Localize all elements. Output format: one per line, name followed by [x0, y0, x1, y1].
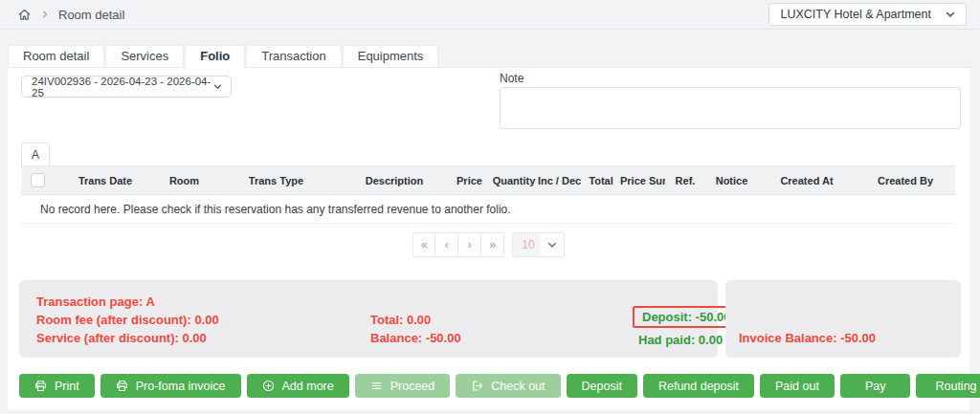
- col-trans-type: Trans Type: [212, 166, 341, 195]
- print-button[interactable]: Print: [19, 374, 95, 398]
- page-size-value: 10: [513, 233, 540, 256]
- col-description: Description: [341, 166, 448, 195]
- chevron-down-icon: [945, 9, 956, 20]
- folio-summary-panel: Transaction page: A Room fee (after disc…: [19, 280, 718, 358]
- col-ref: Ref.: [665, 166, 705, 195]
- reservation-folio-select[interactable]: 24IV002936 - 2026-04-23 - 2026-04-25: [21, 76, 232, 98]
- top-bar: Room detail LUXCITY Hotel & Apartment: [0, 0, 980, 30]
- property-selector-value: LUXCITY Hotel & Apartment: [781, 8, 931, 21]
- refund-deposit-button[interactable]: Refund deposit: [643, 374, 754, 398]
- pagination: « ‹ › » 10: [8, 232, 969, 257]
- chevron-right-icon: [40, 10, 50, 19]
- total-summary: Total: 0.00: [370, 313, 431, 327]
- note-label: Note: [500, 72, 523, 85]
- service-summary: Service (after discount): 0.00: [36, 331, 207, 345]
- empty-row: No record here. Please check if this res…: [21, 195, 955, 224]
- empty-message: No record here. Please check if this res…: [21, 195, 955, 224]
- transaction-page-summary: Transaction page: A: [36, 294, 155, 309]
- routing-button[interactable]: Routing: [916, 374, 980, 398]
- tab-transaction[interactable]: Transaction: [246, 45, 341, 67]
- col-room: Room: [157, 166, 212, 195]
- tab-folio[interactable]: Folio: [185, 45, 245, 68]
- breadcrumb-page-label: Room detail: [58, 8, 124, 22]
- paid-out-button[interactable]: Paid out: [760, 374, 835, 398]
- tab-room-detail[interactable]: Room detail: [8, 45, 104, 67]
- last-page-button[interactable]: »: [481, 232, 504, 257]
- pagination-buttons: « ‹ › »: [412, 232, 504, 257]
- breadcrumb: Room detail: [17, 8, 124, 22]
- pro-foma-invoice-button[interactable]: Pro-foma invoice: [100, 374, 241, 398]
- tab-services[interactable]: Services: [105, 45, 184, 67]
- invoice-balance-summary: Invoice Balance: -50.00: [739, 331, 876, 345]
- printer-icon: [34, 380, 47, 392]
- col-inc-dec: Inc / Dec: [537, 166, 582, 195]
- room-detail-page: Room detail LUXCITY Hotel & Apartment Ro…: [0, 0, 980, 414]
- action-buttons: Print Pro-foma invoice Add more Proceed: [19, 374, 980, 398]
- balance-summary: Balance: -50.00: [370, 331, 461, 345]
- check-out-button[interactable]: Check out: [456, 374, 560, 398]
- col-created-at: Created At: [758, 166, 856, 195]
- transactions-table: Trans Date Room Trans Type Description P…: [21, 165, 955, 224]
- home-icon[interactable]: [17, 8, 32, 22]
- proceed-button[interactable]: Proceed: [355, 374, 451, 398]
- folio-page-tab-a[interactable]: A: [21, 142, 50, 165]
- select-all-cell: [21, 166, 54, 195]
- reservation-folio-value: 24IV002936 - 2026-04-23 - 2026-04-25: [32, 76, 212, 98]
- col-total: Total: [582, 166, 620, 195]
- room-fee-summary: Room fee (after discount): 0.00: [36, 313, 219, 327]
- chevron-down-icon: [212, 81, 223, 92]
- deposit-summary-highlight: Deposit: -50.00: [633, 306, 740, 328]
- plus-circle-icon: [262, 380, 275, 392]
- invoice-balance-panel: Invoice Balance: -50.00: [725, 280, 961, 358]
- folio-panel: 24IV002936 - 2026-04-23 - 2026-04-25 Not…: [8, 67, 969, 410]
- col-trans-date: Trans Date: [54, 166, 157, 195]
- prev-page-button[interactable]: ‹: [435, 232, 458, 257]
- first-page-button[interactable]: «: [412, 232, 435, 257]
- col-created-by: Created By: [856, 166, 955, 195]
- col-notice: Notice: [705, 166, 758, 195]
- deposit-button[interactable]: Deposit: [567, 374, 637, 398]
- next-page-button[interactable]: ›: [458, 232, 481, 257]
- chevron-down-icon: [541, 239, 564, 251]
- select-all-checkbox[interactable]: [31, 173, 45, 187]
- add-more-button[interactable]: Add more: [247, 374, 349, 398]
- pay-button[interactable]: Pay: [840, 374, 911, 398]
- had-paid-summary: Had paid: 0.00: [638, 333, 723, 347]
- col-price-sum: Price Sum: [620, 166, 665, 195]
- table-header-row: Trans Date Room Trans Type Description P…: [21, 166, 955, 195]
- page-size-select[interactable]: 10: [512, 232, 564, 257]
- printer-icon: [116, 380, 128, 392]
- property-selector[interactable]: LUXCITY Hotel & Apartment: [768, 3, 967, 26]
- tab-equipments[interactable]: Equipments: [343, 45, 439, 67]
- menu-icon: [370, 380, 383, 392]
- note-textarea[interactable]: [500, 87, 961, 129]
- col-price: Price: [448, 166, 491, 195]
- checkout-arrow-icon: [471, 380, 483, 392]
- detail-tabs: Room detail Services Folio Transaction E…: [8, 45, 438, 68]
- col-quantity: Quantity: [491, 166, 537, 195]
